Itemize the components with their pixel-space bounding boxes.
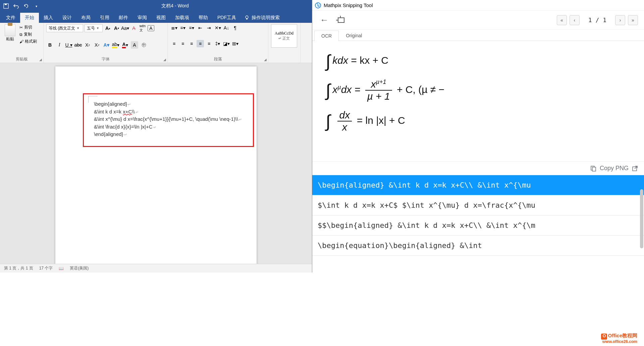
scissors-icon: ✂ — [19, 25, 23, 30]
back-icon[interactable]: ← — [318, 14, 330, 26]
subscript-icon[interactable]: X2 — [84, 41, 91, 49]
align-left-icon[interactable]: ≡ — [170, 40, 178, 47]
enclose-char-icon[interactable]: ㊥ — [140, 41, 148, 49]
result-row[interactable]: \begin{aligned} &\int k d x=k x+C\\ &\in… — [312, 175, 644, 195]
scrollbar[interactable] — [640, 189, 643, 248]
shading-icon[interactable]: ◪▾ — [223, 40, 230, 47]
phonetic-icon[interactable]: wén文 — [139, 24, 146, 32]
change-case-icon[interactable]: Aa▾ — [121, 24, 129, 32]
open-external-icon[interactable] — [632, 165, 638, 171]
lightbulb-icon — [244, 15, 250, 20]
group-font-label: 字体 — [102, 57, 110, 61]
doc-line[interactable]: \end{aligned}↵ — [94, 131, 248, 138]
font-size-combo[interactable]: 五号▼ — [85, 24, 103, 32]
distribute-icon[interactable]: ≡ — [205, 40, 213, 47]
snip-icon[interactable] — [335, 14, 347, 26]
tab-ocr[interactable]: OCR — [314, 31, 339, 41]
paragraph-launcher-icon[interactable]: ◢ — [264, 58, 267, 61]
sort-icon[interactable]: A↓ — [223, 24, 230, 32]
font-name-combo[interactable]: 等线 (西文正文▼ — [46, 24, 83, 32]
doc-line[interactable]: &\int \frac{d x}{x}=\ln |x|+C↵ — [94, 123, 248, 131]
page: \begin{aligned}↵ &\int k d x=k x+C\\↵ &\… — [55, 66, 257, 264]
italic-icon[interactable]: I — [56, 41, 63, 49]
font-name-value: 等线 (西文正文 — [49, 26, 75, 31]
clipboard-launcher-icon[interactable]: ◢ — [39, 58, 42, 61]
tab-view[interactable]: 视图 — [152, 13, 170, 23]
style-name: ↵ 正文 — [278, 36, 290, 41]
tab-references[interactable]: 引用 — [95, 13, 114, 23]
page-first-icon[interactable]: « — [557, 15, 567, 25]
cut-label: 剪切 — [24, 24, 32, 30]
tab-file[interactable]: 文件 — [1, 13, 20, 23]
undo-icon[interactable] — [12, 2, 20, 10]
result-row[interactable]: $$\begin{aligned} &\int k d x=k x+C\\ &\… — [312, 215, 644, 236]
superscript-icon[interactable]: X2 — [93, 41, 101, 49]
paste-button[interactable]: 粘贴 — [3, 24, 17, 45]
tab-home[interactable]: 开始 — [20, 13, 39, 23]
customize-qat-icon[interactable]: ▾ — [32, 2, 40, 10]
svg-point-2 — [246, 16, 248, 18]
copy-png-button[interactable]: Copy PNG — [312, 162, 644, 175]
tab-pdf[interactable]: PDF工具 — [213, 13, 241, 23]
line-spacing-icon[interactable]: ‡▾ — [214, 40, 221, 47]
page-last-icon[interactable]: » — [628, 15, 638, 25]
style-normal[interactable]: AaBbCcDd ↵ 正文 — [271, 24, 297, 48]
bullets-icon[interactable]: ≣▾ — [170, 24, 178, 32]
show-marks-icon[interactable]: ¶ — [231, 24, 239, 32]
char-border-icon[interactable]: A — [148, 25, 154, 31]
tab-original[interactable]: Original — [339, 30, 369, 41]
page-next-icon[interactable]: › — [615, 15, 625, 25]
result-row[interactable]: \begin{equation}\begin{aligned} &\int — [312, 236, 644, 256]
bold-icon[interactable]: B — [46, 41, 54, 49]
integral-icon: ∫ — [326, 80, 330, 100]
status-language[interactable]: 英语(美国) — [70, 265, 89, 271]
result-row[interactable]: $\int k d x=k x+C$ $\int x^{\mu} d x=\fr… — [312, 195, 644, 215]
tab-design[interactable]: 设计 — [58, 13, 76, 23]
char-shading-icon[interactable]: A — [131, 41, 138, 49]
highlight-icon[interactable]: ab▾ — [112, 41, 119, 49]
numbering-icon[interactable]: ≡▾ — [179, 24, 186, 32]
tab-help[interactable]: 帮助 — [194, 13, 213, 23]
underline-icon[interactable]: U ▾ — [65, 41, 72, 49]
status-page[interactable]: 第 1 页，共 1 页 — [4, 265, 33, 271]
page-prev-icon[interactable]: ‹ — [570, 15, 580, 25]
text-effects-icon[interactable]: A▾ — [103, 41, 110, 49]
indent-dec-icon[interactable]: ⇤ — [197, 24, 204, 32]
tab-layout[interactable]: 布局 — [76, 13, 95, 23]
status-words[interactable]: 17 个字 — [39, 265, 53, 271]
font-color-icon[interactable]: A▾ — [121, 41, 129, 49]
tab-mailings[interactable]: 邮件 — [114, 13, 133, 23]
format-painter-button[interactable]: 🖌格式刷 — [19, 38, 38, 45]
tell-me[interactable]: 操作说明搜索 — [241, 13, 283, 23]
clear-format-icon[interactable]: A̶ — [130, 24, 138, 32]
doc-line[interactable]: \begin{aligned}↵ — [94, 100, 248, 108]
quick-access-toolbar: ▾ — [2, 2, 40, 10]
indent-inc-icon[interactable]: ⇥ — [205, 24, 213, 32]
shrink-font-icon[interactable]: A▾ — [113, 24, 120, 32]
group-clipboard: 粘贴 ✂剪切 ⧉复制 🖌格式刷 剪贴板◢ — [0, 23, 44, 63]
font-launcher-icon[interactable]: ◢ — [163, 58, 166, 61]
document-area[interactable]: \begin{aligned}↵ &\int k d x=k x+C\\↵ &\… — [0, 63, 312, 273]
redo-icon[interactable] — [22, 2, 30, 10]
tab-review[interactable]: 审阅 — [133, 13, 152, 23]
copy-button[interactable]: ⧉复制 — [19, 31, 38, 38]
doc-line[interactable]: &\int k d x=k x+C\\↵ — [94, 108, 248, 116]
align-center-icon[interactable]: ≡ — [179, 40, 186, 47]
borders-icon[interactable]: ⊞▾ — [231, 40, 239, 47]
strike-icon[interactable]: abc — [74, 41, 82, 49]
tab-insert[interactable]: 插入 — [39, 13, 58, 23]
watermark-icon: O — [601, 334, 607, 340]
doc-line[interactable]: &\int x^{\mu} d x=\frac{x^{\mu+1}}{\mu+1… — [94, 115, 248, 123]
multilevel-icon[interactable]: ≡▾ — [188, 24, 195, 32]
asian-layout-icon[interactable]: ✕▾ — [214, 24, 221, 32]
cut-button[interactable]: ✂剪切 — [19, 24, 38, 31]
grow-font-icon[interactable]: A▴ — [104, 24, 111, 32]
spellcheck-icon[interactable]: 📖 — [59, 266, 64, 271]
save-icon[interactable] — [2, 2, 10, 10]
align-right-icon[interactable]: ≡ — [188, 40, 195, 47]
tab-addins[interactable]: 加载项 — [170, 13, 194, 23]
watermark-url: www.office26.com — [601, 340, 637, 344]
return-mark-icon: ↵ — [136, 110, 139, 114]
align-justify-icon[interactable]: ≡ — [197, 40, 204, 47]
equation-1: ∫kdx = kx + C — [326, 51, 631, 71]
